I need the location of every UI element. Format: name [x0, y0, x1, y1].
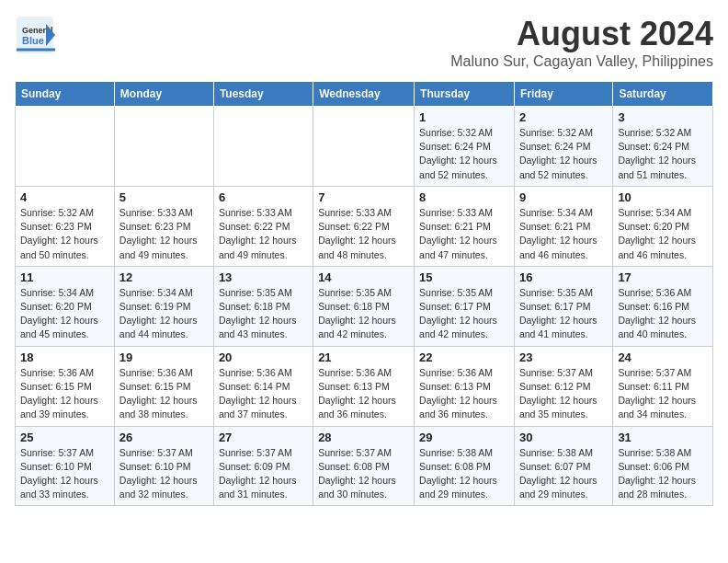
svg-text:Blue: Blue: [22, 35, 44, 46]
day-info: Sunrise: 5:34 AM Sunset: 6:20 PM Dayligh…: [618, 206, 708, 262]
day-number: 24: [618, 350, 708, 364]
calendar-cell: 24Sunrise: 5:37 AM Sunset: 6:11 PM Dayli…: [613, 346, 713, 426]
calendar-cell: 8Sunrise: 5:33 AM Sunset: 6:21 PM Daylig…: [415, 186, 515, 266]
day-number: 15: [419, 270, 509, 284]
day-number: 6: [219, 190, 308, 204]
day-number: 7: [318, 190, 409, 204]
calendar-cell: 2Sunrise: 5:32 AM Sunset: 6:24 PM Daylig…: [514, 107, 612, 187]
day-info: Sunrise: 5:35 AM Sunset: 6:18 PM Dayligh…: [219, 286, 308, 342]
day-number: 9: [519, 190, 608, 204]
calendar-cell: 9Sunrise: 5:34 AM Sunset: 6:21 PM Daylig…: [514, 186, 612, 266]
calendar-cell: 11Sunrise: 5:34 AM Sunset: 6:20 PM Dayli…: [16, 266, 115, 346]
day-info: Sunrise: 5:36 AM Sunset: 6:14 PM Dayligh…: [219, 366, 308, 422]
day-info: Sunrise: 5:34 AM Sunset: 6:21 PM Dayligh…: [519, 206, 608, 262]
day-info: Sunrise: 5:34 AM Sunset: 6:19 PM Dayligh…: [119, 286, 209, 342]
calendar-cell: 17Sunrise: 5:36 AM Sunset: 6:16 PM Dayli…: [613, 266, 713, 346]
calendar-cell: [313, 107, 415, 187]
day-info: Sunrise: 5:37 AM Sunset: 6:12 PM Dayligh…: [519, 366, 608, 422]
day-info: Sunrise: 5:38 AM Sunset: 6:08 PM Dayligh…: [419, 446, 509, 502]
calendar-cell: 4Sunrise: 5:32 AM Sunset: 6:23 PM Daylig…: [16, 186, 115, 266]
day-info: Sunrise: 5:32 AM Sunset: 6:24 PM Dayligh…: [618, 126, 708, 182]
logo-icon: General Blue: [15, 15, 55, 55]
calendar-cell: 1Sunrise: 5:32 AM Sunset: 6:24 PM Daylig…: [415, 107, 515, 187]
calendar-title: August 2024: [450, 15, 713, 53]
header-wednesday: Wednesday: [313, 82, 415, 107]
day-number: 31: [618, 431, 708, 444]
day-info: Sunrise: 5:36 AM Sunset: 6:13 PM Dayligh…: [318, 366, 409, 422]
calendar-cell: 13Sunrise: 5:35 AM Sunset: 6:18 PM Dayli…: [213, 266, 313, 346]
day-info: Sunrise: 5:35 AM Sunset: 6:17 PM Dayligh…: [519, 286, 608, 342]
header-sunday: Sunday: [16, 82, 115, 107]
day-info: Sunrise: 5:36 AM Sunset: 6:15 PM Dayligh…: [119, 366, 209, 422]
day-number: 8: [419, 190, 509, 204]
calendar-cell: 14Sunrise: 5:35 AM Sunset: 6:18 PM Dayli…: [313, 266, 415, 346]
calendar-cell: 12Sunrise: 5:34 AM Sunset: 6:19 PM Dayli…: [114, 266, 213, 346]
day-info: Sunrise: 5:33 AM Sunset: 6:23 PM Dayligh…: [119, 206, 209, 262]
calendar-cell: 23Sunrise: 5:37 AM Sunset: 6:12 PM Dayli…: [514, 346, 612, 426]
calendar-cell: [16, 107, 115, 187]
day-info: Sunrise: 5:32 AM Sunset: 6:23 PM Dayligh…: [20, 206, 109, 262]
header-saturday: Saturday: [613, 82, 713, 107]
day-number: 14: [318, 270, 409, 284]
week-row-2: 4Sunrise: 5:32 AM Sunset: 6:23 PM Daylig…: [16, 186, 713, 266]
day-info: Sunrise: 5:34 AM Sunset: 6:20 PM Dayligh…: [20, 286, 109, 342]
calendar-cell: 18Sunrise: 5:36 AM Sunset: 6:15 PM Dayli…: [16, 346, 115, 426]
logo: General Blue: [15, 15, 55, 55]
day-number: 1: [419, 110, 509, 124]
calendar-cell: 15Sunrise: 5:35 AM Sunset: 6:17 PM Dayli…: [415, 266, 515, 346]
calendar-cell: 31Sunrise: 5:38 AM Sunset: 6:06 PM Dayli…: [613, 426, 713, 506]
calendar-cell: 27Sunrise: 5:37 AM Sunset: 6:09 PM Dayli…: [213, 426, 313, 506]
day-info: Sunrise: 5:33 AM Sunset: 6:22 PM Dayligh…: [318, 206, 409, 262]
day-info: Sunrise: 5:37 AM Sunset: 6:10 PM Dayligh…: [20, 446, 109, 502]
calendar-cell: 29Sunrise: 5:38 AM Sunset: 6:08 PM Dayli…: [415, 426, 515, 506]
day-info: Sunrise: 5:36 AM Sunset: 6:13 PM Dayligh…: [419, 366, 509, 422]
calendar-table: SundayMondayTuesdayWednesdayThursdayFrid…: [15, 81, 713, 506]
day-info: Sunrise: 5:35 AM Sunset: 6:18 PM Dayligh…: [318, 286, 409, 342]
week-row-5: 25Sunrise: 5:37 AM Sunset: 6:10 PM Dayli…: [16, 426, 713, 506]
day-number: 13: [219, 270, 308, 284]
day-number: 20: [219, 350, 308, 364]
calendar-header-row: SundayMondayTuesdayWednesdayThursdayFrid…: [16, 82, 713, 107]
day-number: 21: [318, 350, 409, 364]
calendar-cell: 30Sunrise: 5:38 AM Sunset: 6:07 PM Dayli…: [514, 426, 612, 506]
day-number: 11: [20, 270, 109, 284]
page-header: General Blue August 2024 Maluno Sur, Cag…: [15, 15, 713, 70]
day-info: Sunrise: 5:37 AM Sunset: 6:11 PM Dayligh…: [618, 366, 708, 422]
day-number: 19: [119, 350, 209, 364]
day-number: 30: [519, 431, 608, 444]
day-info: Sunrise: 5:36 AM Sunset: 6:16 PM Dayligh…: [618, 286, 708, 342]
calendar-cell: 21Sunrise: 5:36 AM Sunset: 6:13 PM Dayli…: [313, 346, 415, 426]
calendar-cell: 28Sunrise: 5:37 AM Sunset: 6:08 PM Dayli…: [313, 426, 415, 506]
calendar-cell: 20Sunrise: 5:36 AM Sunset: 6:14 PM Dayli…: [213, 346, 313, 426]
calendar-cell: 22Sunrise: 5:36 AM Sunset: 6:13 PM Dayli…: [415, 346, 515, 426]
day-number: 10: [618, 190, 708, 204]
day-info: Sunrise: 5:32 AM Sunset: 6:24 PM Dayligh…: [419, 126, 509, 182]
day-number: 18: [20, 350, 109, 364]
day-number: 23: [519, 350, 608, 364]
calendar-cell: 3Sunrise: 5:32 AM Sunset: 6:24 PM Daylig…: [613, 107, 713, 187]
calendar-subtitle: Maluno Sur, Cagayan Valley, Philippines: [450, 53, 713, 70]
day-number: 25: [20, 431, 109, 444]
day-info: Sunrise: 5:33 AM Sunset: 6:22 PM Dayligh…: [219, 206, 308, 262]
calendar-cell: 25Sunrise: 5:37 AM Sunset: 6:10 PM Dayli…: [16, 426, 115, 506]
day-info: Sunrise: 5:32 AM Sunset: 6:24 PM Dayligh…: [519, 126, 608, 182]
calendar-cell: 16Sunrise: 5:35 AM Sunset: 6:17 PM Dayli…: [514, 266, 612, 346]
calendar-cell: 5Sunrise: 5:33 AM Sunset: 6:23 PM Daylig…: [114, 186, 213, 266]
week-row-1: 1Sunrise: 5:32 AM Sunset: 6:24 PM Daylig…: [16, 107, 713, 187]
header-thursday: Thursday: [415, 82, 515, 107]
week-row-4: 18Sunrise: 5:36 AM Sunset: 6:15 PM Dayli…: [16, 346, 713, 426]
calendar-cell: [213, 107, 313, 187]
header-tuesday: Tuesday: [213, 82, 313, 107]
week-row-3: 11Sunrise: 5:34 AM Sunset: 6:20 PM Dayli…: [16, 266, 713, 346]
calendar-cell: 7Sunrise: 5:33 AM Sunset: 6:22 PM Daylig…: [313, 186, 415, 266]
day-info: Sunrise: 5:37 AM Sunset: 6:09 PM Dayligh…: [219, 446, 308, 502]
day-number: 5: [119, 190, 209, 204]
calendar-cell: 10Sunrise: 5:34 AM Sunset: 6:20 PM Dayli…: [613, 186, 713, 266]
day-number: 12: [119, 270, 209, 284]
day-number: 28: [318, 431, 409, 444]
calendar-cell: 26Sunrise: 5:37 AM Sunset: 6:10 PM Dayli…: [114, 426, 213, 506]
day-info: Sunrise: 5:37 AM Sunset: 6:08 PM Dayligh…: [318, 446, 409, 502]
day-number: 4: [20, 190, 109, 204]
day-number: 3: [618, 110, 708, 124]
day-info: Sunrise: 5:38 AM Sunset: 6:06 PM Dayligh…: [618, 446, 708, 502]
